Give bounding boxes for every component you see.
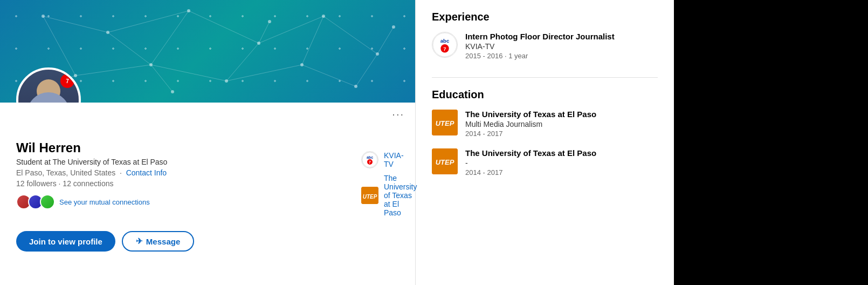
experience-item-0: abc 7 Intern Photog Floor Director Journ… (432, 32, 658, 69)
join-button[interactable]: Join to view profile (16, 231, 115, 252)
education-title: Education (432, 89, 658, 101)
kvia-link[interactable]: KVIA-TV (384, 151, 404, 168)
profile-location: El Paso, Texas, United States · Contact … (16, 168, 226, 177)
edu-date-1: 2014 - 2017 (465, 168, 596, 177)
svg-text:UTEP: UTEP (436, 119, 454, 127)
svg-point-9 (300, 63, 304, 66)
svg-text:UTEP: UTEP (363, 194, 377, 200)
svg-line-22 (151, 65, 226, 81)
experience-title: Experience (432, 11, 658, 23)
company-name: KVIA-TV (465, 42, 615, 51)
mutual-avatars (16, 194, 55, 209)
svg-point-0 (42, 15, 45, 18)
links-list: abc 7 KVIA-TV UTEP The (243, 146, 415, 222)
see-mutual-link[interactable]: See your mutual connections (59, 198, 150, 206)
svg-point-2 (187, 9, 190, 12)
message-label: Message (146, 237, 180, 246)
svg-line-33 (151, 65, 173, 92)
education-details-1: The University of Texas at El Paso - 201… (465, 148, 596, 177)
utep-edu-logo-0: UTEP (432, 110, 458, 135)
experience-section: Experience abc 7 Intern Photog Floor Dir… (432, 11, 658, 69)
profile-name: Wil Herren (16, 140, 226, 155)
svg-line-21 (75, 65, 151, 76)
svg-text:abc: abc (367, 155, 373, 159)
svg-text:abc: abc (440, 38, 450, 44)
school-name-1: The University of Texas at El Paso (465, 148, 596, 158)
contact-info-link[interactable]: Contact Info (126, 168, 167, 177)
svg-line-26 (151, 11, 189, 65)
cover-photo: 7 (0, 0, 415, 103)
edu-date-0: 2014 - 2017 (465, 130, 596, 138)
location-text: El Paso, Texas, United States (16, 168, 115, 177)
section-divider (432, 77, 658, 78)
svg-point-12 (392, 25, 395, 29)
job-title: Intern Photog Floor Director Journalist (465, 32, 615, 41)
svg-line-30 (377, 27, 394, 54)
more-options-button[interactable]: ··· (392, 108, 404, 120)
mutual-connections: See your mutual connections (16, 194, 226, 209)
message-button[interactable]: ✈ Message (122, 231, 194, 252)
abc7-badge: 7 (60, 74, 74, 88)
svg-line-16 (108, 11, 189, 32)
avatar: 7 (16, 67, 81, 103)
svg-point-5 (376, 52, 379, 56)
education-item-0: UTEP The University of Texas at El Paso … (432, 110, 658, 138)
svg-line-27 (226, 43, 259, 81)
svg-point-8 (225, 79, 228, 83)
profile-panel: 7 ··· Wil Herren Student at The Universi… (0, 0, 415, 285)
svg-line-19 (323, 16, 377, 54)
avatar-body (27, 92, 70, 103)
svg-point-14 (268, 20, 271, 23)
education-details-0: The University of Texas at El Paso Multi… (465, 110, 596, 138)
svg-line-25 (108, 32, 151, 65)
school-name-0: The University of Texas at El Paso (465, 110, 596, 119)
svg-point-4 (322, 15, 325, 18)
svg-line-31 (259, 22, 270, 43)
link-item-kvia: abc 7 KVIA-TV (361, 151, 399, 168)
profile-headline: Student at The University of Texas at El… (16, 158, 226, 166)
svg-point-1 (106, 31, 109, 34)
svg-text:UTEP: UTEP (436, 158, 454, 166)
followers-count: 12 followers · 12 connections (16, 179, 226, 188)
field-of-study-0: Multi Media Journalism (465, 120, 596, 128)
svg-point-13 (171, 90, 174, 93)
profile-info: Wil Herren Student at The University of … (0, 103, 243, 231)
svg-line-28 (302, 16, 323, 65)
black-area (674, 0, 868, 285)
svg-line-29 (356, 54, 377, 86)
svg-line-15 (43, 16, 108, 32)
profile-links: abc 7 KVIA-TV UTEP The (243, 103, 415, 268)
svg-text:7: 7 (443, 46, 446, 52)
svg-point-10 (354, 85, 357, 88)
link-item-utep: UTEP The University of Texas at El Paso (361, 174, 399, 217)
profile-actions: Join to view profile ✈ Message (0, 231, 243, 268)
education-item-1: UTEP The University of Texas at El Paso … (432, 148, 658, 177)
svg-text:7: 7 (369, 160, 371, 164)
utep-link[interactable]: The University of Texas at El Paso (384, 174, 417, 217)
field-of-study-1: - (465, 159, 596, 167)
abc7-logo: abc 7 (361, 151, 378, 168)
svg-point-3 (257, 42, 260, 45)
profile-info-left: Wil Herren Student at The University of … (0, 103, 243, 268)
utep-logo-small: UTEP (361, 187, 378, 204)
experience-details-0: Intern Photog Floor Director Journalist … (465, 32, 615, 60)
svg-line-24 (302, 65, 356, 86)
svg-line-23 (226, 65, 302, 81)
utep-edu-logo-1: UTEP (432, 148, 458, 174)
message-icon: ✈ (136, 236, 143, 246)
svg-point-7 (149, 63, 153, 66)
svg-line-17 (189, 11, 259, 43)
job-date: 2015 - 2016 · 1 year (465, 52, 615, 60)
svg-line-18 (259, 16, 323, 43)
education-section: Education UTEP The University of Texas a… (432, 89, 658, 177)
kvia-logo: abc 7 (432, 32, 458, 58)
svg-line-20 (43, 16, 75, 76)
mutual-avatar-3 (40, 194, 55, 209)
right-panel: Experience abc 7 Intern Photog Floor Dir… (415, 0, 674, 285)
